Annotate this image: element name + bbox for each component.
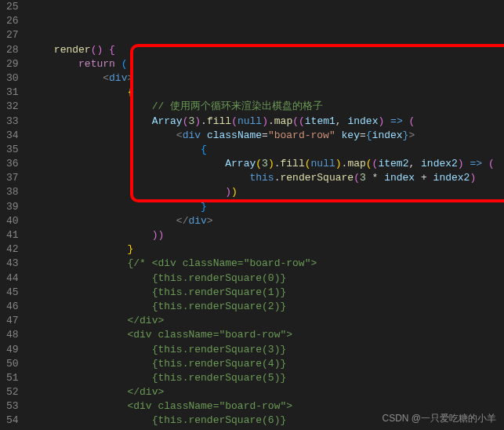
line-number: 31 (6, 86, 19, 100)
code-line[interactable]: )) (30, 185, 504, 199)
code-line[interactable]: {this.renderSquare(5)} (30, 371, 504, 385)
code-line[interactable]: <div> (30, 71, 504, 86)
code-line[interactable]: {/* <div className="board-row"> (30, 257, 504, 271)
line-number: 32 (6, 100, 19, 114)
code-line[interactable]: render() { (30, 43, 504, 57)
code-area[interactable]: render() { return ( <div> { // 使用两个循环来渲染… (30, 0, 504, 430)
code-line[interactable]: {this.renderSquare(0)} (30, 271, 504, 286)
code-editor[interactable]: 2526272829303132333435363738394041424344… (0, 0, 504, 430)
line-number: 38 (6, 185, 19, 199)
code-line[interactable]: </div> (30, 314, 504, 328)
code-line[interactable]: <div className="board-row"> (30, 328, 504, 342)
line-number: 50 (6, 357, 19, 371)
line-number: 39 (6, 200, 19, 214)
line-number: 42 (6, 242, 19, 257)
code-line[interactable]: </div> (30, 385, 504, 399)
code-line[interactable]: </div> (30, 214, 504, 228)
line-number: 37 (6, 171, 19, 185)
line-number: 36 (6, 157, 19, 171)
line-number: 46 (6, 300, 19, 314)
line-number: 49 (6, 343, 19, 357)
line-number: 47 (6, 314, 19, 328)
code-line[interactable]: this.renderSquare(3 * index + index2) (30, 171, 504, 185)
code-line[interactable]: )) (30, 228, 504, 242)
line-number: 54 (6, 414, 19, 428)
line-number: 35 (6, 143, 19, 157)
line-number: 40 (6, 214, 19, 228)
line-number: 41 (6, 228, 19, 242)
watermark: CSDN @一只爱吃糖的小羊 (382, 412, 496, 425)
line-number-gutter: 2526272829303132333435363738394041424344… (0, 0, 30, 430)
code-line[interactable]: } (30, 200, 504, 214)
code-line[interactable]: Array(3).fill(null).map((item2, index2) … (30, 157, 504, 171)
line-number: 52 (6, 385, 19, 399)
code-line[interactable]: {this.renderSquare(4)} (30, 357, 504, 371)
line-number: 43 (6, 257, 19, 271)
code-line[interactable]: return ( (30, 57, 504, 71)
code-line[interactable]: { (30, 143, 504, 157)
code-line[interactable]: {this.renderSquare(2)} (30, 300, 504, 314)
line-number: 30 (6, 71, 19, 86)
code-line[interactable]: { (30, 86, 504, 100)
code-line[interactable]: {this.renderSquare(1)} (30, 286, 504, 300)
line-number: 26 (6, 14, 19, 28)
line-number: 33 (6, 115, 19, 129)
code-line[interactable]: Array(3).fill(null).map((item1, index) =… (30, 115, 504, 129)
line-number: 29 (6, 57, 19, 71)
line-number: 48 (6, 328, 19, 342)
line-number: 45 (6, 286, 19, 300)
line-number: 27 (6, 28, 19, 42)
code-line[interactable]: // 使用两个循环来渲染出棋盘的格子 (30, 100, 504, 114)
line-number: 28 (6, 43, 19, 57)
line-number: 51 (6, 371, 19, 385)
line-number: 44 (6, 271, 19, 286)
line-number: 53 (6, 399, 19, 414)
code-line[interactable]: {this.renderSquare(3)} (30, 343, 504, 357)
code-line[interactable]: } (30, 242, 504, 257)
code-line[interactable]: <div className="board-row" key={index}> (30, 129, 504, 143)
line-number: 25 (6, 0, 19, 14)
line-number: 34 (6, 129, 19, 143)
